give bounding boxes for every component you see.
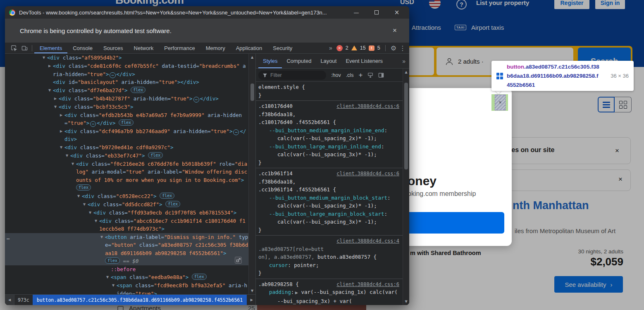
tree-expander-icon[interactable]: ▼ [54,103,59,111]
css-property[interactable]: --bui_button_medium_margin_block_start: [258,194,400,202]
devtools-tab-network[interactable]: Network [129,43,159,53]
styles-filter-input[interactable]: Filter [258,71,326,80]
css-property[interactable]: cursor: pointer; [258,261,400,269]
maximize-button[interactable] [368,6,385,19]
css-property[interactable]: --bui_button_medium_margin_inline_end: [258,126,400,135]
breadcrumb-back-icon[interactable]: ◀ [5,295,14,305]
warning-count[interactable]: 15 [360,45,366,51]
dom-tree-row[interactable]: ▼<div class="abcc616ec7 cc1b961f14 c1801… [5,217,248,233]
css-source-link[interactable]: client.3888dc4d.css:6 [336,170,399,178]
dom-tree-row[interactable]: <div id="basiclayout" aria-hidden="true"… [5,78,248,86]
dom-tree-row[interactable]: ▼<div class="b9720ed41e cdf0a9297c"> [5,143,248,152]
tree-expander-icon[interactable]: ▼ [72,160,76,192]
css-rule[interactable]: client.3888dc4d.css:4.a83ed08757[role=bu… [256,236,403,279]
tree-expander-icon[interactable]: ▶ [60,111,64,127]
css-source-link[interactable]: client.3888dc4d.css:6 [336,103,399,111]
dom-tree-row[interactable]: ▼<div class="eb33ef7c47"> flex [5,152,248,160]
dom-tree-row[interactable]: ▶<div class="b4b4b2787f" aria-hidden="tr… [5,95,248,103]
css-rule[interactable]: client.3888dc4d.css:6.cc1b961f14.f38b6da… [256,168,403,236]
css-rule[interactable]: client.3888dc4d.css:6.c180176d40.f38b6da… [256,101,403,168]
rendering-emulation-icon[interactable] [367,72,373,78]
devtools-tab-application[interactable]: Application [231,43,268,53]
flex-badge[interactable]: flex [105,258,120,264]
tree-expander-icon[interactable]: ▼ [95,217,99,233]
css-rule[interactable]: element.style {} [256,82,403,101]
dom-tree-row-selected[interactable]: …▼<button aria-label="Dismiss sign-in in… [5,233,248,265]
flex-badge[interactable]: flex [165,201,180,207]
styles-tab-layout[interactable]: Layout [316,54,341,68]
expand-ellipsis-icon[interactable]: … [233,129,239,135]
tree-expander-icon[interactable]: ▼ [106,273,111,281]
flex-badge[interactable]: flex [76,184,91,191]
elements-scrollbar[interactable]: ▲ ▼ [248,54,255,294]
error-icon[interactable]: × [336,45,343,51]
settings-gear-icon[interactable]: ⚙ [391,44,396,52]
devtools-tab-performance[interactable]: Performance [159,43,200,53]
expand-ellipsis-icon[interactable]: … [110,72,115,78]
devtools-tab-security[interactable]: Security [267,43,298,53]
minimize-button[interactable]: — [348,6,365,19]
devtools-titlebar[interactable]: DevTools - www.booking.com/searchresults… [5,6,409,19]
more-tabs-icon[interactable]: » [327,45,334,51]
styles-tab-event-listeners[interactable]: Event Listeners [341,54,387,68]
warning-icon[interactable] [351,45,357,50]
css-property[interactable]: padding: ▶ var(--bui_spacing_1x) calc(va… [258,288,400,297]
more-tabs-icon[interactable]: » [401,58,409,64]
scroll-into-view-icon[interactable] [235,257,242,264]
tree-expander-icon[interactable]: ▼ [83,200,88,209]
styles-scrollbar[interactable]: ▲ ▼ [403,69,409,305]
element-classes-toggle[interactable]: .cls [346,72,354,78]
devtools-tab-memory[interactable]: Memory [200,43,231,53]
dom-tree-row[interactable]: ▶<div class="dcf496a7b9 bb2746aad9" aria… [5,127,248,143]
devtools-tab-elements[interactable]: Elements [34,43,67,53]
tree-expander-icon[interactable]: ▼ [100,233,105,265]
css-rule[interactable]: client.3888dc4d.css:6.ab98298258 {paddin… [256,279,403,305]
breadcrumb-prev[interactable]: 973c [14,297,33,303]
dom-tree-row[interactable]: ▼<div class="f0c216ee26 c676dd76fe b5018… [5,160,248,192]
css-source-link[interactable]: client.3888dc4d.css:4 [336,237,399,246]
tree-expander-icon[interactable]: ▼ [48,86,53,95]
issues-icon[interactable]: ! [369,45,374,51]
scrollbar-thumb[interactable] [404,83,408,169]
flex-badge[interactable]: flex [192,274,207,280]
dom-tree-row[interactable]: ▼<div class="af5895d4b2"> [5,54,248,62]
inspect-element-icon[interactable] [8,43,19,53]
devtools-tab-console[interactable]: Console [67,43,98,53]
infobar-close-icon[interactable]: × [393,26,397,35]
tree-expander-icon[interactable]: ▼ [60,143,64,152]
tree-expander-icon[interactable]: ▶ [48,62,53,78]
dom-tree-row[interactable]: ▼<div class="bcbf33c5c3"> [5,103,248,111]
dom-tree-row[interactable]: ▶<div class="efdb2b543b e4b7a69a57 fe7b9… [5,111,248,127]
kebab-menu-icon[interactable]: ⋮ [399,44,406,52]
pseudo-state-toggle[interactable]: :hov [331,72,341,78]
breadcrumb-forward-icon[interactable]: ▶ [250,298,255,302]
sidebar-toggle-icon[interactable] [378,72,384,78]
close-button[interactable]: × [389,6,405,19]
dom-tree-row[interactable]: ▼<span class="eedba9e88a"> flex [5,273,248,281]
tree-expander-icon[interactable]: ▼ [66,152,70,160]
tree-expander-icon[interactable]: ▼ [89,209,93,217]
flex-badge[interactable]: flex [119,119,134,126]
flex-badge[interactable]: flex [131,87,145,93]
breadcrumb-selected[interactable]: button.a83ed08757.c21c56c305.f38b6daa18.… [33,295,247,305]
tree-expander-icon[interactable]: ▶ [54,95,59,103]
dom-tree-row[interactable]: ▼<div class="df7e6ba27d"> flex [5,86,248,95]
styles-tab-styles[interactable]: Styles [258,54,282,68]
devtools-tab-sources[interactable]: Sources [98,43,129,53]
new-style-rule-icon[interactable]: + [358,71,363,79]
dom-tree-row[interactable]: ▼<div class="ffd93a9ecb dc19f70f85 eb678… [5,209,248,217]
dom-tree-row[interactable]: ▼<div class="c0528ecc22"> flex [5,192,248,200]
device-toolbar-icon[interactable] [19,43,30,53]
styles-tab-computed[interactable]: Computed [282,54,316,68]
dom-tree-row[interactable]: ▶<div class="cde81c6f0c cef07b55fc" data… [5,62,248,78]
issues-count[interactable]: 5 [377,45,380,51]
tree-expander-icon[interactable]: ▶ [60,127,64,143]
error-count[interactable]: 2 [346,45,348,51]
dom-tree-row[interactable]: ::before [5,265,248,274]
dom-tree-row[interactable]: ▼<div class="dd5dccd82f"> flex [5,200,248,209]
scrollbar-thumb[interactable] [250,83,254,101]
flex-badge[interactable]: flex [148,152,163,158]
tree-expander-icon[interactable]: ▼ [43,54,47,62]
tree-expander-icon[interactable]: ▼ [77,192,82,200]
expand-ellipsis-icon[interactable]: … [90,121,96,127]
